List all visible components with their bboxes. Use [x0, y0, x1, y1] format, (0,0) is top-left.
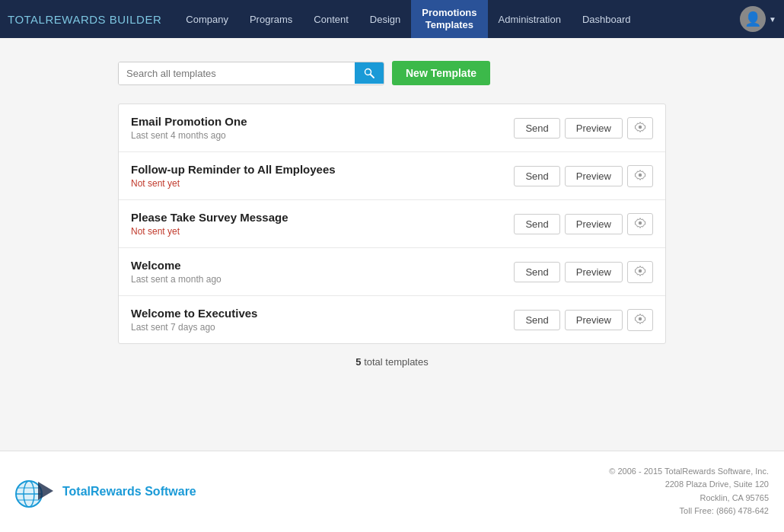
send-button-1[interactable]: Send: [514, 166, 559, 186]
nav-right: 👤 ▼: [740, 6, 776, 32]
gear-icon-4: [635, 314, 645, 324]
template-actions-0: Send Preview: [514, 117, 653, 139]
search-input[interactable]: [119, 62, 355, 84]
svg-point-6: [639, 317, 642, 320]
footer-brand: TotalRewards Software: [15, 476, 196, 508]
nav-item-company[interactable]: Company: [175, 0, 239, 38]
nav-item-administration[interactable]: Administration: [488, 0, 572, 38]
main-content: New Template Email Promotion One Last se…: [103, 38, 681, 451]
templates-list: Email Promotion One Last sent 4 months a…: [118, 104, 666, 344]
send-button-3[interactable]: Send: [514, 262, 559, 282]
template-name-3: Welcome: [131, 259, 514, 272]
send-button-2[interactable]: Send: [514, 214, 559, 234]
svg-point-3: [639, 173, 642, 176]
template-name-1: Follow-up Reminder to All Employees: [131, 163, 514, 176]
preview-button-2[interactable]: Preview: [565, 214, 623, 234]
templates-count-number: 5: [355, 356, 361, 368]
template-info-3: Welcome Last sent a month ago: [131, 259, 514, 285]
template-info-1: Follow-up Reminder to All Employees Not …: [131, 163, 514, 189]
template-info-4: Welcome to Executives Last sent 7 days a…: [131, 307, 514, 333]
send-button-0[interactable]: Send: [514, 118, 559, 139]
avatar[interactable]: 👤: [740, 6, 766, 32]
svg-point-2: [639, 125, 642, 128]
template-info-2: Please Take Survey Message Not sent yet: [131, 211, 514, 237]
footer-copyright: © 2006 - 2015 TotalRewards Software, Inc…: [609, 465, 769, 479]
search-button[interactable]: [355, 62, 384, 84]
template-name-4: Welcome to Executives: [131, 307, 514, 320]
footer-address1: 2208 Plaza Drive, Suite 120: [609, 478, 769, 492]
gear-icon-2: [635, 218, 645, 228]
nav-item-programs[interactable]: Programs: [239, 0, 303, 38]
preview-button-0[interactable]: Preview: [565, 118, 623, 139]
brand-logo: TOTALREWARDS BUILDER: [8, 13, 161, 26]
template-status-2: Not sent yet: [131, 226, 514, 237]
navbar: TOTALREWARDS BUILDER Company Programs Co…: [0, 0, 784, 38]
settings-button-3[interactable]: [627, 261, 653, 283]
footer-brand-text: TotalRewards Software: [62, 485, 196, 499]
gear-icon-1: [635, 170, 645, 180]
nav-item-content[interactable]: Content: [303, 0, 359, 38]
svg-line-1: [371, 75, 374, 78]
footer-info: © 2006 - 2015 TotalRewards Software, Inc…: [609, 465, 769, 518]
template-row: Welcome to Executives Last sent 7 days a…: [119, 296, 665, 343]
gear-icon-0: [635, 122, 645, 132]
template-status-0: Last sent 4 months ago: [131, 130, 514, 141]
template-actions-3: Send Preview: [514, 261, 653, 283]
gear-icon-3: [635, 266, 645, 276]
template-status-4: Last sent 7 days ago: [131, 322, 514, 333]
send-button-4[interactable]: Send: [514, 310, 559, 330]
new-template-button[interactable]: New Template: [392, 61, 490, 85]
template-status-1: Not sent yet: [131, 178, 514, 189]
template-row: Welcome Last sent a month ago Send Previ…: [119, 248, 665, 296]
search-wrapper: [118, 62, 384, 85]
templates-count: 5 total templates: [118, 356, 666, 368]
template-actions-4: Send Preview: [514, 309, 653, 331]
footer-logo-icon: [15, 476, 55, 508]
template-name-2: Please Take Survey Message: [131, 211, 514, 224]
template-row: Email Promotion One Last sent 4 months a…: [119, 104, 665, 152]
svg-point-4: [639, 221, 642, 224]
template-actions-2: Send Preview: [514, 213, 653, 235]
svg-point-5: [639, 269, 642, 272]
preview-button-1[interactable]: Preview: [565, 166, 623, 186]
footer-phone: Toll Free: (866) 478-642: [609, 505, 769, 518]
nav-items: Company Programs Content Design Promotio…: [175, 0, 740, 38]
footer: TotalRewards Software © 2006 - 2015 Tota…: [0, 451, 784, 532]
settings-button-2[interactable]: [627, 213, 653, 235]
preview-button-3[interactable]: Preview: [565, 262, 623, 282]
template-status-3: Last sent a month ago: [131, 274, 514, 285]
templates-count-label: total templates: [364, 356, 429, 368]
nav-item-dashboard[interactable]: Dashboard: [572, 0, 642, 38]
footer-address2: Rocklin, CA 95765: [609, 492, 769, 505]
nav-item-design[interactable]: Design: [359, 0, 411, 38]
settings-button-1[interactable]: [627, 165, 653, 187]
template-name-0: Email Promotion One: [131, 115, 514, 128]
template-row: Please Take Survey Message Not sent yet …: [119, 200, 665, 248]
template-info-0: Email Promotion One Last sent 4 months a…: [131, 115, 514, 141]
nav-item-promotions[interactable]: Promotions Templates: [411, 0, 487, 38]
settings-button-0[interactable]: [627, 117, 653, 139]
settings-button-4[interactable]: [627, 309, 653, 331]
template-row: Follow-up Reminder to All Employees Not …: [119, 152, 665, 200]
brand-suffix: BUILDER: [106, 13, 161, 26]
brand-name: TOTALREWARDS: [8, 13, 106, 26]
avatar-dropdown-icon[interactable]: ▼: [769, 15, 776, 24]
template-actions-1: Send Preview: [514, 165, 653, 187]
search-icon: [364, 68, 374, 78]
preview-button-4[interactable]: Preview: [565, 310, 623, 330]
toolbar: New Template: [118, 61, 666, 85]
svg-marker-13: [38, 482, 53, 500]
